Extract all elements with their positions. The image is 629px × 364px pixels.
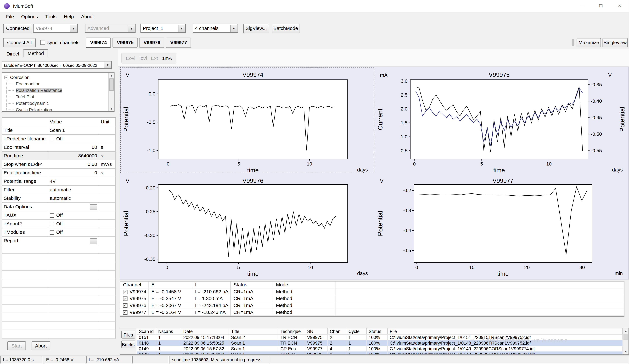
tree-item-cyclic-polarization[interactable]: Cyclic Polarization [2,107,114,112]
tree-root-corrosion[interactable]: − Corrosion [2,74,114,81]
menu-tools[interactable]: Tools [42,13,60,20]
files-row-cell[interactable]: V99977 [305,346,328,352]
files-row-cell[interactable]: 1 [346,340,367,346]
files-row-cell[interactable]: 0151 [137,335,156,340]
files-row-cell[interactable]: Scan 1 [229,352,278,355]
tree-item-eoc-monitor[interactable]: Eoc monitor [2,81,114,87]
tree-item-polarization-resistance[interactable]: Polarization Resistance [2,87,114,94]
files-row-cell[interactable]: Scan 1 [229,340,278,346]
files-row-cell[interactable]: 100% [367,340,388,346]
channel-tab-v99977[interactable]: V99977 [166,37,191,48]
files-scrollbar[interactable]: ▲ ▼ [623,328,629,355]
tree-item-potentiodynamic[interactable]: Potentiodynamic [2,100,114,107]
channel-checkbox[interactable]: ✓ [123,310,128,315]
chart-v99974[interactable]: V99974VPotential0.0-0.5-1.00510timedays [120,67,374,173]
scrollbar-thumb[interactable] [109,78,114,91]
files-row-cell[interactable]: TR ECN [278,340,305,346]
channel-checkbox[interactable]: ✓ [123,296,128,301]
scroll-down-icon[interactable]: ▼ [109,106,114,111]
param-value[interactable]: Off [48,135,99,143]
scroll-down-icon[interactable]: ▼ [623,349,629,355]
files-row-cell[interactable]: 1 [346,346,367,352]
param-value[interactable]: automatic [48,194,99,203]
checkbox-icon[interactable] [50,136,54,141]
param-value[interactable]: 60 [48,143,99,152]
channel-tab-v99974[interactable]: V99974 [86,37,111,48]
options-button[interactable] [90,204,97,209]
files-row-cell[interactable]: 1 [156,352,181,355]
bmrks-tab[interactable]: Bmrks [121,341,135,348]
param-value[interactable]: Off [48,228,99,237]
files-row-cell[interactable]: Scan 1 [229,346,278,352]
channels-select[interactable]: 4 channels ▼ [193,24,238,33]
param-value[interactable]: Off [48,211,99,220]
minimize-icon[interactable]: — [573,0,592,12]
files-row-cell[interactable]: 2022.09.06 15:57:32 [181,346,229,352]
channel-tab-v99976[interactable]: V99976 [139,37,164,48]
tab-direct[interactable]: Direct [2,50,23,57]
connected-button[interactable]: Connected [3,24,32,33]
menu-about[interactable]: About [78,13,97,20]
files-tab[interactable]: Files [121,331,135,339]
files-row-cell[interactable]: 1 [346,352,367,355]
checkbox-icon[interactable] [50,222,54,226]
files-row-cell[interactable]: 1 [346,335,367,340]
scroll-up-icon[interactable]: ▲ [623,328,629,333]
files-row-cell[interactable]: V99975 [305,340,328,346]
files-row-cell[interactable]: C:\IviumStat\data\primary\Project_1\0149… [388,346,623,352]
channel-tab-v99975[interactable]: V99975 [113,37,138,48]
chart-v99975[interactable]: V99975mAVCurrentPotential3.02.52.01.51.0… [374,67,629,173]
files-row-cell[interactable]: 4 [328,346,346,352]
mode-select[interactable]: Advanced ▼ [85,24,136,33]
channel-checkbox[interactable]: ✓ [123,289,128,294]
tree-item-tafel-plot[interactable]: Tafel Plot [2,94,114,100]
param-value[interactable]: Scan 1 [48,126,99,135]
maximize-view-button[interactable]: Maximize [577,38,601,47]
collapse-icon[interactable]: − [4,75,8,79]
param-value[interactable]: 0.00 [48,160,99,169]
files-row-cell[interactable]: 2022.09.15 17:18:04 [181,335,229,340]
maximize-icon[interactable]: ❐ [592,0,610,12]
close-icon[interactable]: ✕ [610,0,629,12]
files-row-cell[interactable]: 3 [328,352,346,355]
method-file-select[interactable]: tafolder\E-OCP t=864000sec i=60sec 05-09… [1,61,112,69]
scroll-up-icon[interactable]: ▲ [109,73,114,78]
options-button[interactable] [90,238,97,243]
menu-file[interactable]: File [2,13,17,20]
files-row-cell[interactable]: 100% [367,346,388,352]
files-row-cell[interactable]: 0148 [137,352,156,355]
files-row-cell[interactable]: 0148 [137,340,156,346]
files-row-cell[interactable]: 100% [367,352,388,355]
files-row-cell[interactable]: 100% [367,335,388,340]
channel-checkbox[interactable]: ✓ [123,303,128,308]
files-row-cell[interactable]: 0149 [137,346,156,352]
param-value[interactable]: 4V [48,177,99,186]
connect-all-button[interactable]: Connect All [3,38,36,47]
files-row-cell[interactable]: Scan 2 [229,335,278,340]
files-row-cell[interactable]: 1 [156,340,181,346]
files-row-cell[interactable]: 2022.09.15 16:24:38 [181,352,229,355]
sigview-button[interactable]: SigView... [243,24,269,33]
files-row-cell[interactable]: 1 [156,346,181,352]
sync-channels-checkbox[interactable]: sync. channels [40,40,79,45]
files-row-cell[interactable]: 1 [156,335,181,340]
tree-scrollbar[interactable]: ▲ ▼ [108,73,114,111]
files-row-cell[interactable]: 2022.09.06 15:50:25 [181,340,229,346]
checkbox-icon[interactable] [50,230,54,235]
param-value[interactable]: Off [48,220,99,228]
chart-v99976[interactable]: V99976VPotential-0.20-0.25-0.30-0.350510… [120,173,374,280]
chart-v99977[interactable]: V99977VPotential-0.2-0.3-0.4-0.50102030t… [374,173,629,280]
scrollbar-thumb[interactable] [624,334,628,340]
files-row-cell[interactable]: V99976 [305,352,328,355]
files-row-cell[interactable]: CR Eoc [278,352,305,355]
menu-help[interactable]: Help [60,13,78,20]
files-row-cell[interactable]: C:\IviumStat\data\primary\Project_1\0148… [388,352,623,355]
abort-button[interactable]: Abort [31,341,50,350]
param-value[interactable]: 0 [48,169,99,177]
files-row-cell[interactable]: 2 [328,335,346,340]
project-select[interactable]: Project_1 ▼ [141,24,186,33]
files-row-cell[interactable]: CR Eoc [278,346,305,352]
singleview-button[interactable]: Singleview [603,38,628,47]
batchmode-button[interactable]: BatchMode [272,24,300,33]
files-row-cell[interactable]: TR ECN [278,335,305,340]
